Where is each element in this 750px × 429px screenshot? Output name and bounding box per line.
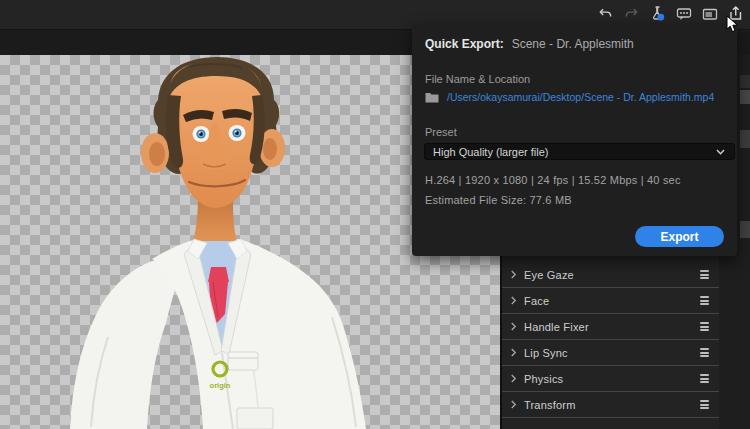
lab-flask-icon[interactable] bbox=[649, 5, 666, 22]
coat-breast-pocket bbox=[228, 352, 258, 370]
chevron-down-icon bbox=[716, 149, 725, 155]
hidden-row-fragment bbox=[740, 75, 750, 88]
menu-icon[interactable] bbox=[700, 270, 709, 281]
panel-row-eye-gaze[interactable]: Eye Gaze bbox=[502, 262, 719, 288]
panel-row-handle-fixer[interactable]: Handle Fixer bbox=[502, 314, 719, 340]
export-button[interactable]: Export bbox=[635, 226, 724, 247]
hidden-row-fragment bbox=[740, 90, 750, 104]
comments-icon[interactable] bbox=[675, 5, 692, 22]
app-window: origin bbox=[0, 0, 750, 429]
preset-label: Preset bbox=[425, 126, 457, 138]
folder-icon bbox=[425, 92, 439, 103]
panel-row-lip-sync[interactable]: Lip Sync bbox=[502, 340, 719, 366]
panel-row-transform[interactable]: Transform bbox=[502, 392, 719, 418]
quick-export-icon[interactable] bbox=[727, 5, 744, 22]
menu-icon[interactable] bbox=[700, 400, 709, 411]
scene-name: Scene - Dr. Applesmith bbox=[512, 37, 634, 51]
hidden-row-fragment bbox=[740, 221, 750, 238]
preset-dropdown[interactable]: High Quality (larger file) bbox=[424, 143, 735, 160]
menu-icon[interactable] bbox=[700, 374, 709, 385]
chevron-right-icon bbox=[510, 374, 517, 383]
chevron-right-icon bbox=[510, 270, 517, 279]
left-eye bbox=[193, 126, 210, 142]
chevron-right-icon bbox=[510, 348, 517, 357]
hidden-row-fragment bbox=[740, 130, 750, 148]
panel-row-label: Lip Sync bbox=[524, 347, 568, 359]
behavior-list: Eye Gaze Face Handle Fixer Lip Sync Phys bbox=[502, 262, 719, 418]
estimated-file-size: Estimated File Size: 77.6 MB bbox=[425, 194, 572, 206]
panel-row-label: Handle Fixer bbox=[524, 321, 589, 333]
chevron-right-icon bbox=[510, 400, 517, 409]
file-path-row[interactable]: /Users/okaysamurai/Desktop/Scene - Dr. A… bbox=[425, 91, 714, 103]
coat-torso bbox=[152, 239, 366, 429]
tie-knot bbox=[208, 267, 229, 282]
popup-title-label: Quick Export: bbox=[425, 37, 504, 51]
quick-export-popup: Quick Export:Scene - Dr. Applesmith File… bbox=[412, 25, 737, 256]
panel-row-face[interactable]: Face bbox=[502, 288, 719, 314]
coat-logo-text: origin bbox=[210, 381, 231, 390]
file-section-label: File Name & Location bbox=[425, 73, 530, 85]
panel-row-physics[interactable]: Physics bbox=[502, 366, 719, 392]
redo-icon[interactable] bbox=[623, 5, 640, 22]
right-eye bbox=[229, 125, 246, 141]
panel-row-label: Eye Gaze bbox=[524, 269, 574, 281]
menu-icon[interactable] bbox=[700, 348, 709, 359]
chevron-right-icon bbox=[510, 296, 517, 305]
menu-icon[interactable] bbox=[700, 296, 709, 307]
preset-value: High Quality (larger file) bbox=[433, 146, 549, 158]
menu-icon[interactable] bbox=[700, 322, 709, 333]
undo-icon[interactable] bbox=[597, 5, 614, 22]
panels-icon[interactable] bbox=[701, 5, 718, 22]
panel-row-label: Physics bbox=[524, 373, 563, 385]
coat-left-arm bbox=[70, 261, 186, 429]
panel-row-label: Transform bbox=[524, 399, 576, 411]
panel-row-label: Face bbox=[524, 295, 549, 307]
coat-lower-pocket bbox=[237, 408, 273, 429]
file-path-link[interactable]: /Users/okaysamurai/Desktop/Scene - Dr. A… bbox=[447, 91, 714, 103]
popup-title: Quick Export:Scene - Dr. Applesmith bbox=[425, 37, 634, 51]
export-specs: H.264 | 1920 x 1080 | 24 fps | 15.52 Mbp… bbox=[425, 174, 681, 186]
chevron-right-icon bbox=[510, 322, 517, 331]
